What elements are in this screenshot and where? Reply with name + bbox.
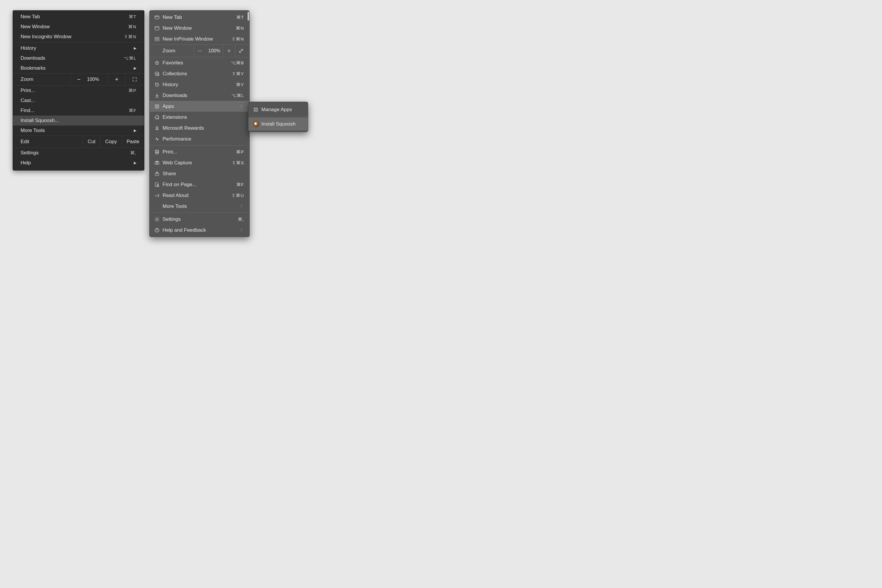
menu-item-settings[interactable]: Settings ⌘, xyxy=(13,148,144,158)
menu-label: Cast... xyxy=(21,98,136,104)
shortcut: ⌥⌘L xyxy=(124,56,136,61)
plus-icon xyxy=(226,48,232,54)
menu-item-find[interactable]: Find... ⌘F xyxy=(13,105,144,116)
menu-item-new-window[interactable]: New Window ⌘N xyxy=(13,22,144,32)
menu-item-settings[interactable]: Settings ⌘, xyxy=(150,214,249,225)
edit-label: Edit xyxy=(13,136,82,148)
print-icon xyxy=(154,149,163,154)
menu-label: Settings xyxy=(163,216,238,222)
menu-label: Help xyxy=(21,160,134,166)
apps-icon xyxy=(154,104,163,109)
menu-label: More Tools xyxy=(21,128,134,134)
menu-item-help[interactable]: Help ▶ xyxy=(13,158,144,168)
menu-label: Read Aloud xyxy=(163,193,232,198)
shortcut: ⇧⌘U xyxy=(232,193,244,198)
menu-item-new-tab[interactable]: New Tab ⌘T xyxy=(13,12,144,22)
menu-item-microsoft-rewards[interactable]: Microsoft Rewards xyxy=(150,123,249,134)
chevron-right-icon: 〉 xyxy=(240,204,244,209)
zoom-label: Zoom xyxy=(13,76,70,82)
menu-item-find-on-page[interactable]: Find on Page... ⌘F xyxy=(150,179,249,190)
menu-separator xyxy=(248,117,308,117)
menu-item-bookmarks[interactable]: Bookmarks ▶ xyxy=(13,63,144,73)
menu-item-new-inprivate-window[interactable]: New InPrivate Window ⇧⌘N xyxy=(150,33,249,44)
menu-separator xyxy=(150,145,249,146)
menu-item-performance[interactable]: Performance xyxy=(150,134,249,144)
menu-item-new-window[interactable]: New Window ⌘N xyxy=(150,22,249,33)
shortcut: ⌘N xyxy=(128,24,136,29)
submenu-item-manage-apps[interactable]: Manage Apps xyxy=(248,103,308,116)
menu-label: New InPrivate Window xyxy=(163,36,232,42)
performance-icon xyxy=(154,136,163,142)
menu-label: Collections xyxy=(163,71,232,77)
new-window-icon xyxy=(154,26,163,31)
menu-item-print[interactable]: Print... ⌘P xyxy=(150,146,249,157)
menu-item-more-tools[interactable]: More Tools 〉 xyxy=(150,201,249,212)
shortcut: ⌘P xyxy=(129,88,136,93)
menu-item-share[interactable]: Share xyxy=(150,168,249,179)
scrollbar-thumb[interactable] xyxy=(248,12,249,21)
menu-label: Print... xyxy=(21,88,129,93)
menu-label: New Incognito Window xyxy=(21,34,124,40)
menu-label: Apps xyxy=(163,104,240,110)
menu-item-downloads[interactable]: Downloads ⌥⌘L xyxy=(150,90,249,101)
shortcut: ⌘Y xyxy=(236,82,244,87)
shortcut: ⌘F xyxy=(129,108,136,113)
shortcut: ⌘, xyxy=(130,150,136,156)
cut-button[interactable]: Cut xyxy=(82,136,100,148)
menu-item-extensions[interactable]: Extensions xyxy=(150,112,249,123)
menu-item-collections[interactable]: Collections ⇧⌘Y xyxy=(150,68,249,79)
menu-item-apps[interactable]: Apps 〉 xyxy=(150,101,249,112)
paste-button[interactable]: Paste xyxy=(122,136,144,148)
copy-button[interactable]: Copy xyxy=(100,136,122,148)
menu-label: Help and Feedback xyxy=(163,227,240,233)
zoom-in-button[interactable]: + xyxy=(108,74,125,85)
menu-item-cast[interactable]: Cast... xyxy=(13,96,144,105)
shortcut: ⇧⌘N xyxy=(232,36,244,42)
menu-item-downloads[interactable]: Downloads ⌥⌘L xyxy=(13,53,144,63)
submenu-item-install-squoosh[interactable]: Install Squoosh xyxy=(248,118,308,130)
menu-item-web-capture[interactable]: Web Capture ⇧⌘S xyxy=(150,157,249,168)
shortcut: ⌥⌘L xyxy=(231,93,244,98)
menu-label: History xyxy=(21,45,134,51)
menu-label: Settings xyxy=(21,150,130,156)
zoom-in-button[interactable] xyxy=(223,45,235,57)
share-icon xyxy=(154,171,163,176)
shortcut: ⌘T xyxy=(129,14,136,20)
menu-item-install-squoosh[interactable]: Install Squoosh... xyxy=(13,116,144,126)
zoom-value: 100% xyxy=(87,77,108,82)
minus-icon xyxy=(197,48,202,54)
menu-item-history[interactable]: History ▶ xyxy=(13,43,144,53)
menu-item-more-tools[interactable]: More Tools ▶ xyxy=(13,126,144,135)
edge-overflow-menu: New Tab ⌘T New Window ⌘N New InPrivate W… xyxy=(149,10,250,237)
menu-separator xyxy=(13,42,144,43)
fullscreen-button[interactable] xyxy=(235,45,247,57)
menu-item-print[interactable]: Print... ⌘P xyxy=(13,86,144,96)
menu-item-history[interactable]: History ⌘Y xyxy=(150,79,249,90)
menu-label: Share xyxy=(163,171,244,177)
edge-apps-submenu: Manage Apps Install Squoosh xyxy=(248,102,308,132)
zoom-out-button[interactable] xyxy=(194,45,206,57)
menu-label: New Window xyxy=(163,25,236,31)
zoom-out-button[interactable]: − xyxy=(70,74,87,85)
expand-icon xyxy=(238,48,244,54)
shortcut: ⌘P xyxy=(236,149,244,154)
shortcut: ⌘, xyxy=(238,217,244,222)
menu-label: Extensions xyxy=(163,114,244,120)
menu-item-new-incognito-window[interactable]: New Incognito Window ⇧⌘N xyxy=(13,32,144,42)
shortcut: ⌘T xyxy=(236,15,244,20)
menu-label: Find... xyxy=(21,108,129,114)
squoosh-icon xyxy=(253,121,261,127)
menu-label: New Tab xyxy=(21,14,129,20)
settings-icon xyxy=(154,217,163,222)
fullscreen-button[interactable] xyxy=(125,74,144,85)
menu-item-new-tab[interactable]: New Tab ⌘T xyxy=(150,12,249,22)
menu-item-help-and-feedback[interactable]: Help and Feedback 〉 xyxy=(150,225,249,236)
zoom-row: Zoom − 100% + xyxy=(13,73,144,86)
shortcut: ⇧⌘Y xyxy=(232,71,244,76)
shortcut: ⌥⌘B xyxy=(231,60,244,66)
favorites-icon xyxy=(154,60,163,66)
zoom-label: Zoom xyxy=(163,48,194,54)
menu-label: Downloads xyxy=(21,55,124,61)
menu-item-favorites[interactable]: Favorites ⌥⌘B xyxy=(150,57,249,68)
menu-item-read-aloud[interactable]: Read Aloud ⇧⌘U xyxy=(150,190,249,201)
